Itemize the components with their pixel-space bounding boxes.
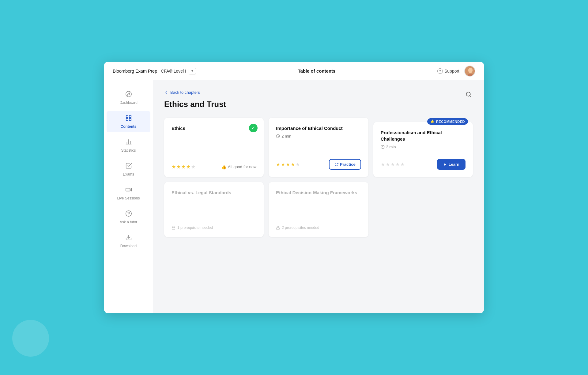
card-ethical-vs-legal[interactable]: Ethical vs. Legal Standards 1 prerequisi… xyxy=(164,182,264,237)
card-prof-time: 3 min xyxy=(381,145,466,149)
svg-rect-9 xyxy=(129,119,131,120)
exam-level: CFA® Level I xyxy=(161,69,186,74)
help-circle-icon xyxy=(125,210,132,218)
app-window: Bloomberg Exam Prep CFA® Level I ▾ Table… xyxy=(104,62,484,313)
content-area: Back to chapters Ethics and Trust Ethics xyxy=(153,80,484,313)
card-prof-bottom: ★ ★ ★ ★ ★ Learn xyxy=(381,159,466,170)
star-4: ★ xyxy=(186,164,190,170)
clock-icon xyxy=(276,134,280,138)
sidebar-item-live-sessions[interactable]: Live Sessions xyxy=(107,183,150,204)
sidebar-item-exams[interactable]: Exams xyxy=(107,159,150,180)
practice-button[interactable]: Practice xyxy=(329,159,361,170)
thumbs-up-icon: 👍 xyxy=(221,165,226,169)
card-edm-title: Ethical Decision-Making Frameworks xyxy=(276,189,361,196)
star-5: ★ xyxy=(296,161,300,167)
sidebar-label-ask-tutor: Ask a tutor xyxy=(120,220,137,224)
back-link-text: Back to chapters xyxy=(170,90,200,95)
ethics-sentiment: 👍 All good for now xyxy=(221,165,256,169)
sidebar-item-download[interactable]: Download xyxy=(107,230,150,252)
svg-rect-24 xyxy=(172,227,175,229)
sidebar-label-contents: Contents xyxy=(121,124,137,129)
back-arrow-icon xyxy=(164,90,168,95)
sidebar-item-contents[interactable]: Contents xyxy=(107,111,150,132)
card-professionalism[interactable]: ⭐ RECOMMENDED Professionalism and Ethica… xyxy=(373,122,473,177)
star-5: ★ xyxy=(191,164,195,170)
sidebar-item-ask-tutor[interactable]: Ask a tutor xyxy=(107,206,150,228)
star-1: ★ xyxy=(276,161,280,167)
sidebar-item-dashboard[interactable]: Dashboard xyxy=(107,87,150,108)
card-iec-title: Importance of Ethical Conduct xyxy=(276,125,361,131)
sidebar-label-live-sessions: Live Sessions xyxy=(117,196,140,200)
prof-duration: 3 min xyxy=(386,145,396,149)
sidebar-item-statistics[interactable]: Statistics xyxy=(107,135,150,156)
star-4: ★ xyxy=(395,161,400,167)
card-ethical-decision-making[interactable]: Ethical Decision-Making Frameworks 2 pre… xyxy=(269,182,368,237)
sidebar-label-dashboard: Dashboard xyxy=(119,100,138,105)
learn-label: Learn xyxy=(449,162,459,167)
star-2: ★ xyxy=(386,161,390,167)
card-prof-top: Professionalism and Ethical Challenges 3… xyxy=(381,129,466,154)
chart-icon xyxy=(125,138,132,147)
avatar-image xyxy=(465,66,475,77)
search-button[interactable] xyxy=(464,90,473,100)
page-header: Back to chapters Ethics and Trust xyxy=(164,90,473,109)
page-header-left: Back to chapters Ethics and Trust xyxy=(164,90,226,109)
sidebar: Dashboard Contents xyxy=(104,80,153,313)
star-4: ★ xyxy=(291,161,295,167)
iec-stars: ★ ★ ★ ★ ★ xyxy=(276,161,300,167)
sidebar-label-download: Download xyxy=(120,244,137,248)
card-ethics[interactable]: Ethics ✓ ★ ★ ★ ★ ★ 👍 All goo xyxy=(164,118,264,177)
ethics-sentiment-text: All good for now xyxy=(228,165,256,169)
brand-name: Bloomberg Exam Prep xyxy=(113,68,157,74)
back-to-chapters-link[interactable]: Back to chapters xyxy=(164,90,226,95)
support-icon: ? xyxy=(437,68,443,74)
recommended-badge: ⭐ RECOMMENDED xyxy=(427,118,468,125)
star-recommended-icon: ⭐ xyxy=(430,119,435,123)
card-importance-ethical-conduct[interactable]: Importance of Ethical Conduct 2 min ★ xyxy=(269,118,368,177)
star-2: ★ xyxy=(281,161,285,167)
star-3: ★ xyxy=(390,161,395,167)
svg-rect-14 xyxy=(126,188,130,191)
star-3: ★ xyxy=(286,161,290,167)
support-label: Support xyxy=(444,69,459,74)
svg-rect-6 xyxy=(126,116,128,117)
search-icon xyxy=(466,91,472,97)
svg-point-4 xyxy=(126,91,131,97)
star-1: ★ xyxy=(381,161,385,167)
page-title: Ethics and Trust xyxy=(164,100,226,109)
star-2: ★ xyxy=(176,164,181,170)
svg-rect-7 xyxy=(129,116,131,117)
svg-marker-5 xyxy=(127,93,130,95)
header: Bloomberg Exam Prep CFA® Level I ▾ Table… xyxy=(104,62,484,80)
prof-stars: ★ ★ ★ ★ ★ xyxy=(381,161,405,167)
support-button[interactable]: ? Support xyxy=(437,68,459,74)
sidebar-label-exams: Exams xyxy=(123,172,134,176)
star-5: ★ xyxy=(400,161,405,167)
svg-rect-8 xyxy=(126,119,128,120)
compass-icon xyxy=(125,91,132,99)
practice-refresh-icon xyxy=(334,162,338,166)
card-evl-top: Ethical vs. Legal Standards xyxy=(172,189,256,221)
play-icon xyxy=(443,163,447,166)
sidebar-label-statistics: Statistics xyxy=(121,148,136,153)
brand-text: Bloomberg Exam Prep xyxy=(113,68,157,74)
cards-grid: Ethics ✓ ★ ★ ★ ★ ★ 👍 All goo xyxy=(164,118,473,237)
iec-duration: 2 min xyxy=(281,134,291,138)
ethics-stars: ★ ★ ★ ★ ★ xyxy=(172,164,195,170)
avatar[interactable] xyxy=(464,66,475,77)
download-icon xyxy=(125,234,132,242)
card-iec-top: Importance of Ethical Conduct 2 min xyxy=(276,125,361,154)
check-square-icon xyxy=(125,162,132,171)
edm-prerequisite-text: 2 prerequisites needed xyxy=(282,225,319,230)
header-left: Bloomberg Exam Prep CFA® Level I ▾ xyxy=(113,68,196,74)
card-ethics-bottom: ★ ★ ★ ★ ★ 👍 All good for now xyxy=(172,164,256,170)
clock-icon-prof xyxy=(381,145,385,149)
lock-icon-edm xyxy=(276,226,280,230)
card-evl-title: Ethical vs. Legal Standards xyxy=(172,189,256,196)
learn-button[interactable]: Learn xyxy=(437,159,466,170)
card-prof-title: Professionalism and Ethical Challenges xyxy=(381,129,466,142)
star-1: ★ xyxy=(172,164,176,170)
video-icon xyxy=(125,186,132,195)
dropdown-arrow-icon: ▾ xyxy=(191,69,193,73)
exam-level-dropdown[interactable]: ▾ xyxy=(189,68,196,74)
